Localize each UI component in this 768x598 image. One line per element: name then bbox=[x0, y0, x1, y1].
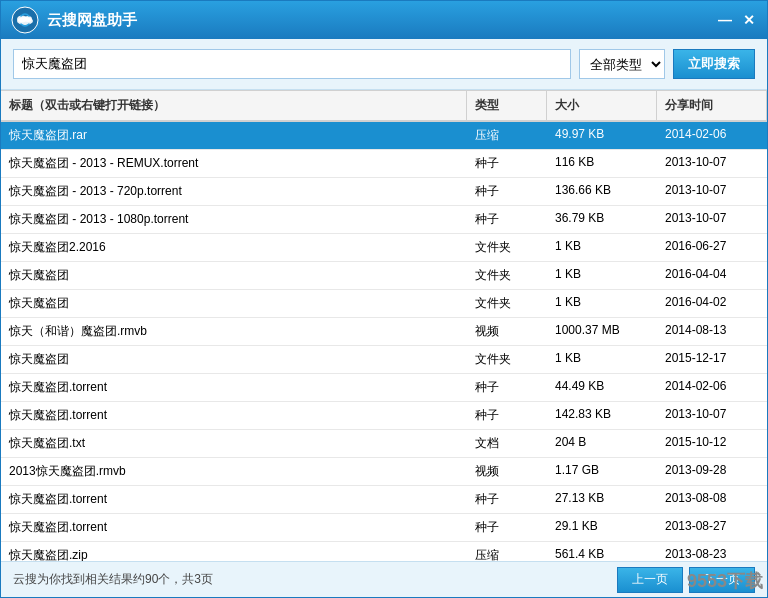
table-row[interactable]: 惊天魔盗团.zip压缩561.4 KB2013-08-23 bbox=[1, 542, 767, 561]
row-title: 惊天魔盗团.rar bbox=[1, 122, 467, 149]
table-row[interactable]: 惊天魔盗团 - 2013 - REMUX.torrent种子116 KB2013… bbox=[1, 150, 767, 178]
row-size: 1 KB bbox=[547, 262, 657, 289]
row-date: 2016-06-27 bbox=[657, 234, 767, 261]
row-date: 2013-08-23 bbox=[657, 542, 767, 561]
row-type: 文件夹 bbox=[467, 346, 547, 373]
row-date: 2013-08-08 bbox=[657, 486, 767, 513]
row-date: 2013-10-07 bbox=[657, 178, 767, 205]
row-title: 惊天魔盗团.torrent bbox=[1, 514, 467, 541]
minimize-button[interactable]: — bbox=[717, 12, 733, 28]
table-row[interactable]: 惊天魔盗团.torrent种子44.49 KB2014-02-06 bbox=[1, 374, 767, 402]
header-size: 大小 bbox=[547, 91, 657, 120]
row-size: 27.13 KB bbox=[547, 486, 657, 513]
row-size: 49.97 KB bbox=[547, 122, 657, 149]
table-body: 惊天魔盗团.rar压缩49.97 KB2014-02-06惊天魔盗团 - 201… bbox=[1, 122, 767, 561]
row-date: 2014-02-06 bbox=[657, 122, 767, 149]
row-size: 44.49 KB bbox=[547, 374, 657, 401]
row-type: 种子 bbox=[467, 178, 547, 205]
row-size: 1 KB bbox=[547, 346, 657, 373]
row-title: 惊天魔盗团.torrent bbox=[1, 486, 467, 513]
table-row[interactable]: 惊天魔盗团.torrent种子27.13 KB2013-08-08 bbox=[1, 486, 767, 514]
prev-page-button[interactable]: 上一页 bbox=[617, 567, 683, 593]
row-type: 种子 bbox=[467, 150, 547, 177]
row-date: 2013-10-07 bbox=[657, 206, 767, 233]
row-type: 视频 bbox=[467, 318, 547, 345]
table-row[interactable]: 惊天魔盗团 - 2013 - 1080p.torrent种子36.79 KB20… bbox=[1, 206, 767, 234]
table-row[interactable]: 惊天魔盗团 - 2013 - 720p.torrent种子136.66 KB20… bbox=[1, 178, 767, 206]
row-type: 种子 bbox=[467, 514, 547, 541]
close-button[interactable]: ✕ bbox=[741, 12, 757, 28]
row-date: 2013-10-07 bbox=[657, 402, 767, 429]
row-type: 种子 bbox=[467, 402, 547, 429]
row-type: 文件夹 bbox=[467, 234, 547, 261]
row-type: 种子 bbox=[467, 486, 547, 513]
pagination-controls: 上一页 下一页 bbox=[617, 567, 755, 593]
row-type: 压缩 bbox=[467, 122, 547, 149]
row-title: 惊天魔盗团.torrent bbox=[1, 374, 467, 401]
row-title: 2013惊天魔盗团.rmvb bbox=[1, 458, 467, 485]
table-row[interactable]: 惊天魔盗团.torrent种子142.83 KB2013-10-07 bbox=[1, 402, 767, 430]
type-select[interactable]: 全部类型 视频 音乐 图片 文档 压缩 种子 文件夹 bbox=[579, 49, 665, 79]
row-title: 惊天魔盗团 bbox=[1, 290, 467, 317]
table-row[interactable]: 惊天魔盗团.torrent种子29.1 KB2013-08-27 bbox=[1, 514, 767, 542]
row-type: 压缩 bbox=[467, 542, 547, 561]
row-title: 惊天魔盗团.zip bbox=[1, 542, 467, 561]
row-type: 种子 bbox=[467, 374, 547, 401]
row-date: 2014-08-13 bbox=[657, 318, 767, 345]
row-size: 29.1 KB bbox=[547, 514, 657, 541]
row-date: 2015-10-12 bbox=[657, 430, 767, 457]
row-type: 文件夹 bbox=[467, 290, 547, 317]
row-title: 惊天（和谐）魔盗团.rmvb bbox=[1, 318, 467, 345]
row-title: 惊天魔盗团 - 2013 - REMUX.torrent bbox=[1, 150, 467, 177]
row-date: 2013-10-07 bbox=[657, 150, 767, 177]
row-size: 204 B bbox=[547, 430, 657, 457]
header-title: 标题（双击或右键打开链接） bbox=[1, 91, 467, 120]
row-type: 文档 bbox=[467, 430, 547, 457]
row-type: 文件夹 bbox=[467, 262, 547, 289]
next-page-button[interactable]: 下一页 bbox=[689, 567, 755, 593]
row-date: 2013-09-28 bbox=[657, 458, 767, 485]
row-size: 136.66 KB bbox=[547, 178, 657, 205]
row-title: 惊天魔盗团 - 2013 - 1080p.torrent bbox=[1, 206, 467, 233]
row-title: 惊天魔盗团 - 2013 - 720p.torrent bbox=[1, 178, 467, 205]
row-title: 惊天魔盗团.torrent bbox=[1, 402, 467, 429]
search-input[interactable] bbox=[13, 49, 571, 79]
row-date: 2015-12-17 bbox=[657, 346, 767, 373]
status-bar: 云搜为你找到相关结果约90个，共3页 上一页 下一页 bbox=[1, 561, 767, 597]
app-logo bbox=[11, 6, 39, 34]
row-title: 惊天魔盗团 bbox=[1, 262, 467, 289]
svg-point-3 bbox=[24, 16, 32, 22]
row-date: 2013-08-27 bbox=[657, 514, 767, 541]
search-bar: 全部类型 视频 音乐 图片 文档 压缩 种子 文件夹 立即搜索 bbox=[1, 39, 767, 90]
row-size: 1 KB bbox=[547, 290, 657, 317]
row-size: 36.79 KB bbox=[547, 206, 657, 233]
table-row[interactable]: 惊天魔盗团文件夹1 KB2016-04-02 bbox=[1, 290, 767, 318]
main-window: 云搜网盘助手 — ✕ 全部类型 视频 音乐 图片 文档 压缩 种子 文件夹 立即… bbox=[0, 0, 768, 598]
table-row[interactable]: 惊天魔盗团文件夹1 KB2016-04-04 bbox=[1, 262, 767, 290]
row-type: 种子 bbox=[467, 206, 547, 233]
row-size: 142.83 KB bbox=[547, 402, 657, 429]
search-button[interactable]: 立即搜索 bbox=[673, 49, 755, 79]
header-date: 分享时间 bbox=[657, 91, 767, 120]
table-header: 标题（双击或右键打开链接） 类型 大小 分享时间 bbox=[1, 90, 767, 122]
status-text: 云搜为你找到相关结果约90个，共3页 bbox=[13, 571, 213, 588]
table-row[interactable]: 惊天魔盗团文件夹1 KB2015-12-17 bbox=[1, 346, 767, 374]
results-table: 标题（双击或右键打开链接） 类型 大小 分享时间 惊天魔盗团.rar压缩49.9… bbox=[1, 90, 767, 561]
table-row[interactable]: 惊天魔盗团.rar压缩49.97 KB2014-02-06 bbox=[1, 122, 767, 150]
header-type: 类型 bbox=[467, 91, 547, 120]
row-title: 惊天魔盗团2.2016 bbox=[1, 234, 467, 261]
table-row[interactable]: 惊天魔盗团.txt文档204 B2015-10-12 bbox=[1, 430, 767, 458]
app-title: 云搜网盘助手 bbox=[47, 11, 717, 30]
window-controls: — ✕ bbox=[717, 12, 757, 28]
row-size: 1 KB bbox=[547, 234, 657, 261]
row-title: 惊天魔盗团.txt bbox=[1, 430, 467, 457]
row-size: 1.17 GB bbox=[547, 458, 657, 485]
table-row[interactable]: 惊天魔盗团2.2016文件夹1 KB2016-06-27 bbox=[1, 234, 767, 262]
row-size: 561.4 KB bbox=[547, 542, 657, 561]
row-date: 2014-02-06 bbox=[657, 374, 767, 401]
row-date: 2016-04-04 bbox=[657, 262, 767, 289]
table-row[interactable]: 2013惊天魔盗团.rmvb视频1.17 GB2013-09-28 bbox=[1, 458, 767, 486]
title-bar: 云搜网盘助手 — ✕ bbox=[1, 1, 767, 39]
row-size: 116 KB bbox=[547, 150, 657, 177]
table-row[interactable]: 惊天（和谐）魔盗团.rmvb视频1000.37 MB2014-08-13 bbox=[1, 318, 767, 346]
